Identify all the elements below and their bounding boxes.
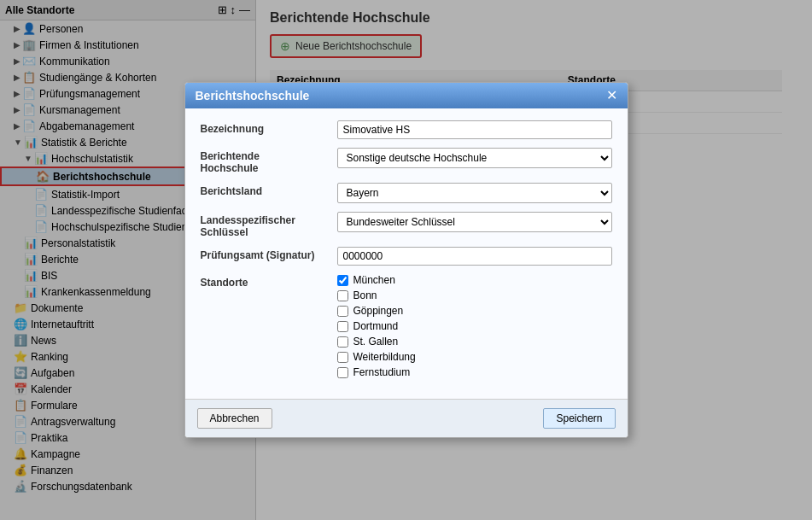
- standort-label-2: Göppingen: [353, 305, 404, 317]
- pruefungsamt-label: Prüfungsamt (Signatur): [201, 247, 337, 261]
- modal-close-button[interactable]: ✕: [606, 89, 617, 102]
- bezeichnung-control: [337, 120, 612, 139]
- standort-label-0: München: [353, 274, 395, 286]
- standort-option-4: St. Gallen: [337, 336, 612, 348]
- modal-title: Berichtshochschule: [196, 89, 310, 102]
- standorte-checkbox-group: MünchenBonnGöppingenDortmundSt. GallenWe…: [337, 274, 612, 378]
- standort-label-5: Weiterbildung: [353, 351, 416, 363]
- modal-body: Bezeichnung BerichtendeHochschule Sonsti…: [185, 108, 628, 399]
- modal-footer: Abbrechen Speichern: [185, 399, 628, 437]
- berichtsland-control: BayernBerlinHamburgNRW: [337, 183, 612, 203]
- standorte-control: MünchenBonnGöppingenDortmundSt. GallenWe…: [337, 274, 612, 378]
- landesspez-control: Bundesweiter SchlüsselLandesspezifischer…: [337, 212, 612, 232]
- berichtende-label: BerichtendeHochschule: [201, 148, 337, 174]
- berichtsland-label: Berichtsland: [201, 183, 337, 197]
- standort-option-3: Dortmund: [337, 320, 612, 332]
- berichtende-select[interactable]: Sonstige deutsche HochschuleUniversitäte…: [337, 148, 612, 168]
- save-button[interactable]: Speichern: [543, 408, 615, 429]
- standorte-label: Standorte: [201, 274, 337, 289]
- standort-option-0: München: [337, 274, 612, 286]
- cancel-button[interactable]: Abbrechen: [197, 408, 272, 429]
- modal-header: Berichtshochschule ✕: [185, 83, 628, 108]
- standort-checkbox-0[interactable]: [337, 275, 348, 286]
- berichtshochschule-modal: Berichtshochschule ✕ Bezeichnung Bericht…: [184, 82, 628, 438]
- form-row-bezeichnung: Bezeichnung: [201, 120, 612, 139]
- bezeichnung-label: Bezeichnung: [201, 120, 337, 135]
- standort-option-5: Weiterbildung: [337, 351, 612, 363]
- standort-label-1: Bonn: [353, 289, 377, 301]
- standort-checkbox-4[interactable]: [337, 336, 348, 348]
- form-row-landesspez: LandesspezifischerSchlüssel Bundesweiter…: [201, 212, 612, 238]
- landesspez-label: LandesspezifischerSchlüssel: [201, 212, 337, 238]
- form-row-berichtende: BerichtendeHochschule Sonstige deutsche …: [201, 148, 612, 174]
- form-row-pruefungsamt: Prüfungsamt (Signatur): [201, 247, 612, 266]
- pruefungsamt-input[interactable]: [337, 247, 612, 266]
- form-row-berichtsland: Berichtsland BayernBerlinHamburgNRW: [201, 183, 612, 203]
- standort-option-2: Göppingen: [337, 305, 612, 317]
- standort-checkbox-6[interactable]: [337, 367, 348, 378]
- landesspez-select[interactable]: Bundesweiter SchlüsselLandesspezifischer…: [337, 212, 612, 232]
- standort-label-3: Dortmund: [353, 320, 399, 332]
- standort-option-1: Bonn: [337, 289, 612, 301]
- bezeichnung-input[interactable]: [337, 120, 612, 139]
- standort-checkbox-2[interactable]: [337, 306, 348, 317]
- standort-checkbox-5[interactable]: [337, 352, 348, 363]
- pruefungsamt-control: [337, 247, 612, 266]
- standort-option-6: Fernstudium: [337, 366, 612, 378]
- standort-checkbox-3[interactable]: [337, 321, 348, 332]
- form-row-standorte: Standorte MünchenBonnGöppingenDortmundSt…: [201, 274, 612, 378]
- standort-label-4: St. Gallen: [353, 336, 399, 348]
- standort-checkbox-1[interactable]: [337, 290, 348, 301]
- standort-label-6: Fernstudium: [353, 366, 411, 378]
- berichtsland-select[interactable]: BayernBerlinHamburgNRW: [337, 183, 612, 203]
- modal-overlay: Berichtshochschule ✕ Bezeichnung Bericht…: [0, 0, 812, 520]
- berichtende-control: Sonstige deutsche HochschuleUniversitäte…: [337, 148, 612, 168]
